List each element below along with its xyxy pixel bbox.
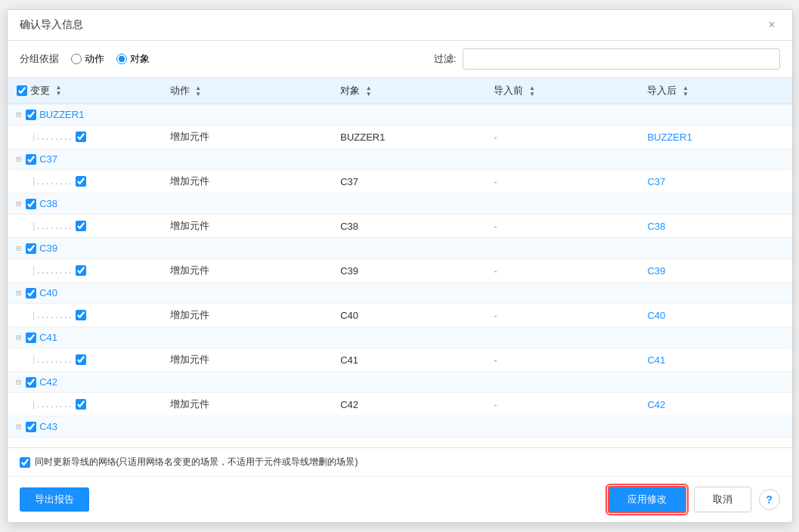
child-action-cell: 增加元件 bbox=[161, 125, 332, 149]
tree-line-icon: ┊........ bbox=[32, 356, 73, 364]
radio-action-input[interactable] bbox=[71, 54, 82, 64]
child-change-cell: ┊........ bbox=[8, 215, 161, 238]
child-before-cell: - bbox=[485, 170, 638, 193]
radio-group: 动作 对象 bbox=[71, 52, 150, 66]
export-button[interactable]: 导出报告 bbox=[20, 487, 89, 512]
after-value: C39 bbox=[647, 265, 665, 277]
child-change-cell: ┊........ bbox=[8, 348, 161, 372]
col-header-after[interactable]: 导入后 ▲▼ bbox=[638, 78, 791, 104]
parent-cell: ⊟ C37 bbox=[8, 149, 792, 170]
help-button[interactable]: ? bbox=[759, 489, 780, 510]
radio-object-item[interactable]: 对象 bbox=[116, 52, 150, 66]
after-value: C42 bbox=[647, 399, 665, 410]
sort-before-icon[interactable]: ▲▼ bbox=[529, 85, 535, 97]
close-button[interactable]: × bbox=[763, 17, 779, 32]
radio-object-input[interactable] bbox=[116, 54, 127, 64]
tree-expand-icon[interactable]: ⊟ bbox=[17, 377, 22, 387]
table-row: ⊟ C42 bbox=[8, 372, 792, 393]
child-object-cell: C39 bbox=[331, 259, 485, 283]
child-object-cell: C37 bbox=[331, 170, 485, 193]
tree-expand-icon[interactable]: ⊟ bbox=[17, 288, 22, 298]
table-row: ┊........ 增加元件 C42 - C42 bbox=[8, 393, 792, 416]
table-row: ⊟ BUZZER1 bbox=[8, 104, 792, 125]
radio-action-item[interactable]: 动作 bbox=[71, 52, 104, 66]
tree-expand-icon[interactable]: ⊟ bbox=[17, 422, 22, 431]
table-row: ⊟ C41 bbox=[8, 327, 792, 348]
row-checkbox[interactable] bbox=[76, 265, 86, 276]
row-checkbox[interactable] bbox=[26, 110, 36, 120]
apply-button[interactable]: 应用修改 bbox=[608, 486, 686, 513]
before-value: - bbox=[494, 310, 497, 321]
tree-line-icon: ┊........ bbox=[32, 401, 73, 409]
row-checkbox[interactable] bbox=[26, 377, 36, 388]
table-row: ⊟ C37 bbox=[8, 149, 792, 170]
col-before-label: 导入前 bbox=[494, 85, 523, 96]
col-header-change[interactable]: 变更 ▲▼ bbox=[8, 78, 161, 104]
after-value: C38 bbox=[647, 221, 665, 232]
child-change-cell: ┊........ bbox=[8, 304, 161, 327]
child-object-cell: C38 bbox=[331, 215, 485, 238]
object-value: C42 bbox=[340, 399, 358, 410]
sort-change-icon[interactable]: ▲▼ bbox=[56, 85, 62, 97]
before-value: - bbox=[494, 265, 497, 277]
row-checkbox[interactable] bbox=[26, 199, 36, 209]
parent-label: C42 bbox=[39, 376, 57, 388]
object-value: C37 bbox=[340, 176, 358, 187]
parent-label: C39 bbox=[39, 243, 57, 254]
before-value: - bbox=[494, 399, 497, 410]
row-checkbox[interactable] bbox=[26, 154, 36, 165]
filter-input[interactable] bbox=[463, 48, 780, 70]
table-row: ┊........ 增加元件 C38 - C38 bbox=[8, 215, 792, 238]
action-value: 增加元件 bbox=[170, 398, 209, 410]
child-after-cell: C37 bbox=[638, 170, 791, 193]
row-checkbox[interactable] bbox=[26, 332, 36, 343]
parent-label: C43 bbox=[39, 421, 57, 432]
parent-label: BUZZER1 bbox=[39, 109, 84, 120]
child-object-cell: C42 bbox=[331, 393, 485, 416]
row-checkbox[interactable] bbox=[76, 354, 86, 365]
header-checkbox[interactable] bbox=[17, 85, 27, 96]
action-value: 增加元件 bbox=[170, 264, 209, 276]
radio-object-label: 对象 bbox=[130, 52, 150, 66]
table-row: ┊........ 增加元件 C40 - C40 bbox=[8, 304, 792, 327]
sync-checkbox-label[interactable]: 同时更新导线的网络(只适用网络名变更的场景，不适用于元件或导线增删的场景) bbox=[35, 456, 358, 469]
tree-expand-icon[interactable]: ⊟ bbox=[17, 110, 22, 119]
col-header-before[interactable]: 导入前 ▲▼ bbox=[485, 78, 638, 104]
dialog: 确认导入信息 × 分组依据 动作 对象 过滤: bbox=[7, 9, 793, 523]
table-header-row: 变更 ▲▼ 动作 ▲▼ 对象 ▲▼ 导入前 ▲▼ bbox=[8, 78, 792, 104]
table-row: ┊........ 增加元件 C39 - C39 bbox=[8, 259, 792, 283]
row-checkbox[interactable] bbox=[26, 288, 36, 298]
child-action-cell: 增加元件 bbox=[161, 215, 332, 238]
tree-expand-icon[interactable]: ⊟ bbox=[17, 199, 22, 209]
child-action-cell: 增加元件 bbox=[161, 304, 332, 327]
sort-after-icon[interactable]: ▲▼ bbox=[683, 85, 689, 97]
cancel-button[interactable]: 取消 bbox=[694, 487, 751, 512]
tree-expand-icon[interactable]: ⊟ bbox=[17, 332, 22, 342]
sort-action-icon[interactable]: ▲▼ bbox=[195, 85, 201, 97]
child-before-cell: - bbox=[485, 304, 638, 327]
parent-label: C41 bbox=[39, 332, 57, 343]
tree-expand-icon[interactable]: ⊟ bbox=[17, 154, 22, 164]
col-header-object[interactable]: 对象 ▲▼ bbox=[331, 78, 485, 104]
table-row: ┊........ 增加元件 C41 - C41 bbox=[8, 348, 792, 372]
col-header-action[interactable]: 动作 ▲▼ bbox=[161, 78, 332, 104]
row-checkbox[interactable] bbox=[76, 399, 86, 410]
child-after-cell: BUZZER1 bbox=[638, 125, 791, 149]
row-checkbox[interactable] bbox=[76, 310, 86, 320]
table-row: ┊........ 增加元件 BUZZER1 - BUZZER1 bbox=[8, 125, 792, 149]
object-value: C41 bbox=[340, 354, 358, 366]
row-checkbox[interactable] bbox=[76, 131, 86, 142]
before-value: - bbox=[494, 221, 497, 232]
tree-expand-icon[interactable]: ⊟ bbox=[17, 243, 22, 253]
row-checkbox[interactable] bbox=[26, 422, 36, 432]
row-checkbox[interactable] bbox=[76, 221, 86, 231]
sort-object-icon[interactable]: ▲▼ bbox=[366, 85, 372, 97]
child-before-cell: - bbox=[485, 393, 638, 416]
child-action-cell: 增加元件 bbox=[161, 348, 332, 372]
sync-checkbox[interactable] bbox=[20, 457, 30, 468]
row-checkbox[interactable] bbox=[26, 243, 36, 254]
action-value: 增加元件 bbox=[170, 309, 209, 320]
row-checkbox[interactable] bbox=[76, 176, 86, 187]
dialog-title: 确认导入信息 bbox=[20, 18, 83, 32]
action-value: 增加元件 bbox=[170, 175, 209, 187]
